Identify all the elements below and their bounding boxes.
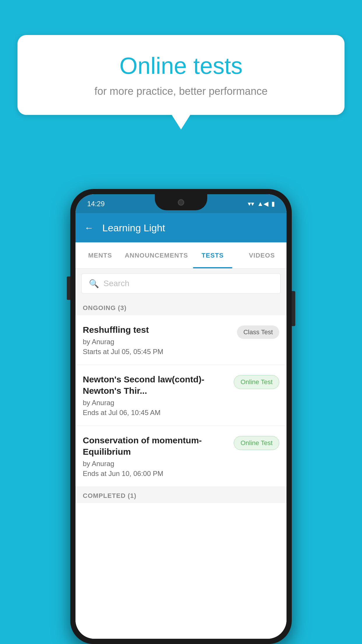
test-info-3: Conservation of momentum-Equilibrium by … [83, 435, 228, 478]
test-item-3[interactable]: Conservation of momentum-Equilibrium by … [75, 426, 287, 487]
search-container: 🔍 Search [75, 269, 287, 298]
completed-section-title: COMPLETED (1) [83, 492, 136, 499]
completed-section-header: COMPLETED (1) [75, 487, 287, 503]
ongoing-section-header: ONGOING (3) [75, 298, 287, 315]
test-info-2: Newton's Second law(contd)-Newton's Thir… [83, 374, 228, 417]
bubble-subtitle: for more practice, better performance [41, 85, 321, 97]
test-item[interactable]: Reshuffling test by Anurag Starts at Jul… [75, 315, 287, 365]
test-badge-3: Online Test [234, 436, 279, 450]
test-date-1: Starts at Jul 05, 05:45 PM [83, 348, 231, 356]
speech-bubble: Online tests for more practice, better p… [17, 35, 345, 115]
phone-inner: 14:29 ▾▾ ▲◀ ▮ ← Learning Light MENTS ANN… [75, 194, 287, 639]
battery-icon: ▮ [271, 200, 275, 208]
notch [155, 194, 207, 210]
camera [178, 199, 184, 206]
search-box[interactable]: 🔍 Search [81, 273, 281, 294]
status-time: 14:29 [87, 200, 105, 208]
test-info-1: Reshuffling test by Anurag Starts at Jul… [83, 324, 231, 356]
tab-videos[interactable]: VIDEOS [237, 242, 287, 268]
ongoing-section-title: ONGOING (3) [83, 304, 126, 312]
status-icons: ▾▾ ▲◀ ▮ [248, 200, 275, 208]
test-by-1: by Anurag [83, 338, 231, 346]
test-name-1: Reshuffling test [83, 324, 231, 335]
test-date-2: Ends at Jul 06, 10:45 AM [83, 409, 228, 417]
test-badge-1: Class Test [237, 326, 279, 339]
app-bar: ← Learning Light [75, 213, 287, 242]
signal-icon: ▲◀ [257, 200, 268, 208]
test-by-3: by Anurag [83, 460, 228, 468]
tab-tests[interactable]: TESTS [188, 242, 237, 268]
status-bar: 14:29 ▾▾ ▲◀ ▮ [75, 194, 287, 213]
test-badge-2: Online Test [234, 375, 279, 389]
tabs-bar: MENTS ANNOUNCEMENTS TESTS VIDEOS [75, 242, 287, 269]
content-area: ONGOING (3) Reshuffling test by Anurag S… [75, 298, 287, 639]
tab-ments[interactable]: MENTS [75, 242, 125, 268]
test-name-3: Conservation of momentum-Equilibrium [83, 435, 228, 457]
test-item-2[interactable]: Newton's Second law(contd)-Newton's Thir… [75, 365, 287, 426]
phone-wrapper: 14:29 ▾▾ ▲◀ ▮ ← Learning Light MENTS ANN… [70, 189, 292, 644]
phone-outer: 14:29 ▾▾ ▲◀ ▮ ← Learning Light MENTS ANN… [70, 189, 292, 644]
test-date-3: Ends at Jun 10, 06:00 PM [83, 470, 228, 478]
wifi-icon: ▾▾ [248, 200, 254, 208]
app-bar-title: Learning Light [102, 222, 165, 234]
tab-announcements[interactable]: ANNOUNCEMENTS [125, 242, 188, 268]
search-placeholder: Search [103, 279, 129, 288]
test-name-2: Newton's Second law(contd)-Newton's Thir… [83, 374, 228, 396]
bubble-title: Online tests [41, 52, 321, 79]
search-icon: 🔍 [89, 279, 99, 288]
back-button[interactable]: ← [84, 223, 94, 233]
speech-bubble-container: Online tests for more practice, better p… [17, 35, 345, 115]
test-by-2: by Anurag [83, 399, 228, 407]
